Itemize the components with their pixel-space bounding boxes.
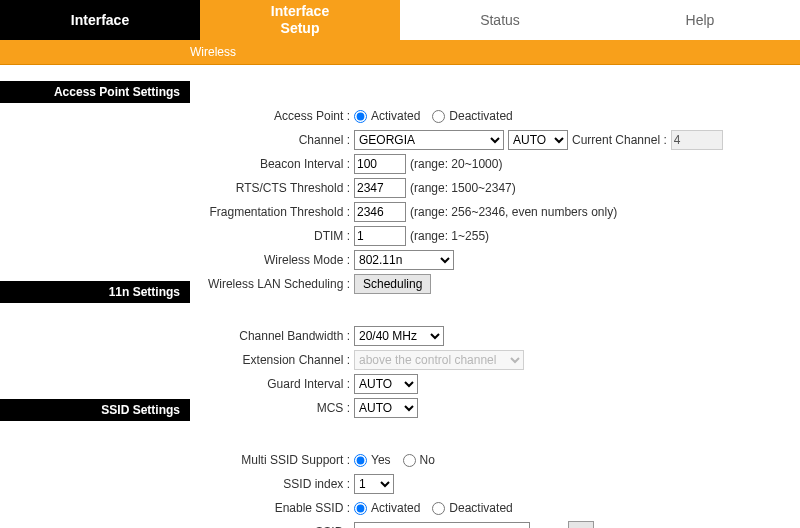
enable-ssid-activated[interactable]: Activated — [354, 501, 420, 515]
current-channel-value — [671, 130, 723, 150]
ssid-input[interactable] — [354, 522, 530, 528]
frag-input[interactable] — [354, 202, 406, 222]
subnav-wireless[interactable]: Wireless — [190, 45, 236, 59]
ext-channel-label: Extension Channel : — [200, 353, 354, 367]
enable-ssid-deactivated[interactable]: Deactivated — [432, 501, 512, 515]
keyboard-icon[interactable]: ⌨ — [568, 521, 594, 528]
multi-ssid-label: Multi SSID Support : — [200, 453, 354, 467]
channel-country-select[interactable]: GEORGIA — [354, 130, 504, 150]
mcs-select[interactable]: AUTO — [354, 398, 418, 418]
guard-select[interactable]: AUTO — [354, 374, 418, 394]
rts-range: (range: 1500~2347) — [410, 181, 516, 195]
guard-label: Guard Interval : — [200, 377, 354, 391]
enable-ssid-label: Enable SSID : — [200, 501, 354, 515]
mcs-label: MCS : — [200, 401, 354, 415]
bandwidth-select[interactable]: 20/40 MHz — [354, 326, 444, 346]
ssid-index-label: SSID index : — [200, 477, 354, 491]
main-panel: Access Point : Activated Deactivated Cha… — [190, 65, 800, 528]
section-ssid-settings: SSID Settings — [0, 399, 190, 421]
channel-label: Channel : — [200, 133, 354, 147]
section-ap-settings: Access Point Settings — [0, 81, 190, 103]
rts-input[interactable] — [354, 178, 406, 198]
scheduling-button[interactable]: Scheduling — [354, 274, 431, 294]
rts-label: RTS/CTS Threshold : — [200, 181, 354, 195]
beacon-label: Beacon Interval : — [200, 157, 354, 171]
sub-nav: Wireless — [0, 40, 800, 65]
wireless-mode-select[interactable]: 802.11n — [354, 250, 454, 270]
section-11n-settings: 11n Settings — [0, 281, 190, 303]
tab-interface-setup[interactable]: InterfaceSetup — [200, 0, 400, 40]
dtim-label: DTIM : — [200, 229, 354, 243]
wireless-mode-label: Wireless Mode : — [200, 253, 354, 267]
current-channel-label: Current Channel : — [572, 133, 667, 147]
multi-ssid-no[interactable]: No — [403, 453, 435, 467]
beacon-input[interactable] — [354, 154, 406, 174]
access-point-label: Access Point : — [200, 109, 354, 123]
tab-status[interactable]: Status — [400, 0, 600, 40]
frag-label: Fragmentation Threshold : — [200, 205, 354, 219]
channel-auto-select[interactable]: AUTO — [508, 130, 568, 150]
bandwidth-label: Channel Bandwidth : — [200, 329, 354, 343]
dtim-range: (range: 1~255) — [410, 229, 489, 243]
access-point-deactivated[interactable]: Deactivated — [432, 109, 512, 123]
dtim-input[interactable] — [354, 226, 406, 246]
tab-help[interactable]: Help — [600, 0, 800, 40]
top-nav: Interface InterfaceSetup Status Help — [0, 0, 800, 40]
scheduling-label: Wireless LAN Scheduling : — [200, 277, 354, 291]
sidebar: Access Point Settings 11n Settings SSID … — [0, 65, 190, 528]
beacon-range: (range: 20~1000) — [410, 157, 502, 171]
ssid-index-select[interactable]: 1 — [354, 474, 394, 494]
tab-interface[interactable]: Interface — [0, 0, 200, 40]
frag-range: (range: 256~2346, even numbers only) — [410, 205, 617, 219]
multi-ssid-yes[interactable]: Yes — [354, 453, 391, 467]
access-point-activated[interactable]: Activated — [354, 109, 420, 123]
ext-channel-select: above the control channel — [354, 350, 524, 370]
